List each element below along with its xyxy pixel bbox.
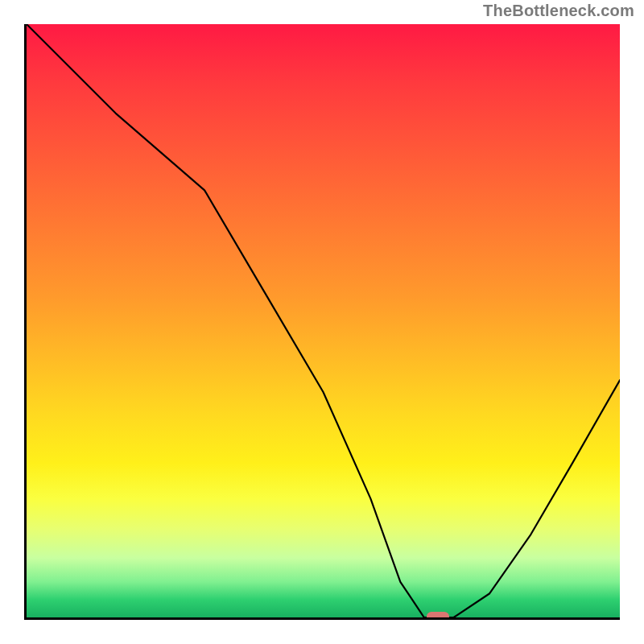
chart-gradient-background [27, 24, 620, 617]
optimum-marker [427, 612, 449, 620]
watermark-text: TheBottleneck.com [483, 2, 634, 20]
bottleneck-chart [24, 24, 620, 620]
